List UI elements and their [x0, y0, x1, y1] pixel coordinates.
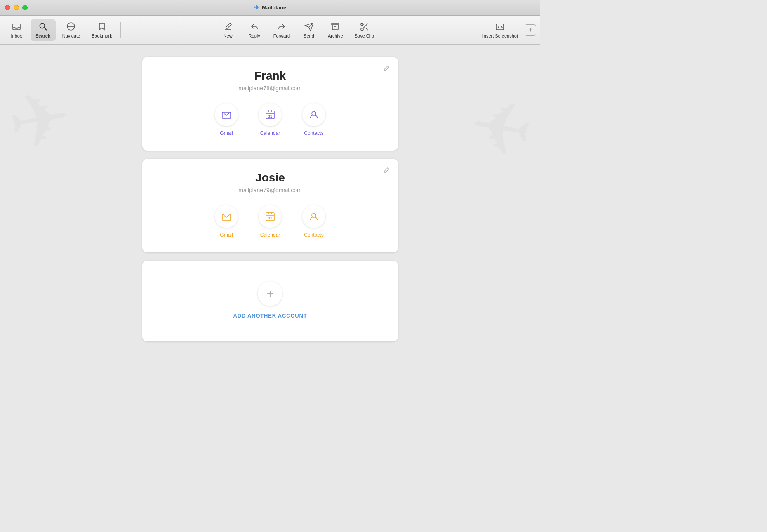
navigate-button[interactable]: Navigate: [57, 19, 85, 41]
josie-calendar-label: Calendar: [260, 232, 280, 238]
save-clip-label: Save Clip: [355, 33, 374, 38]
account-card-frank: Frank mailplane78@gmail.com Gmail: [142, 57, 398, 151]
josie-gmail-label: Gmail: [220, 232, 233, 238]
frank-gmail[interactable]: Gmail: [215, 103, 238, 136]
frank-contacts-icon: [302, 103, 325, 126]
save-clip-button[interactable]: Save Clip: [350, 19, 379, 41]
svg-rect-0: [13, 24, 20, 30]
toolbar-right: Insert Screenshot ＋: [478, 19, 536, 41]
svg-point-12: [361, 28, 363, 31]
josie-name: Josie: [159, 171, 381, 184]
archive-icon: [331, 22, 340, 32]
josie-gmail-icon: [215, 205, 238, 228]
plus-icon: ＋: [527, 26, 534, 34]
archive-button[interactable]: Archive: [323, 19, 348, 41]
search-button[interactable]: Search: [31, 19, 56, 41]
insert-screenshot-label: Insert Screenshot: [482, 33, 518, 38]
scissors-icon: [360, 22, 369, 32]
compose-icon: [224, 22, 233, 32]
frank-gmail-label: Gmail: [220, 130, 233, 136]
add-account-label: ADD ANOTHER ACCOUNT: [233, 313, 307, 319]
archive-label: Archive: [328, 33, 343, 38]
add-account-plus-icon: +: [267, 287, 273, 300]
toolbar-center: New Reply Forward: [124, 19, 471, 41]
josie-contacts[interactable]: Contacts: [302, 205, 325, 238]
svg-rect-16: [496, 24, 504, 30]
josie-services: Gmail 31 Calendar: [159, 205, 381, 238]
inbox-label: Inbox: [11, 33, 22, 38]
forward-label: Forward: [273, 33, 290, 38]
svg-rect-9: [332, 23, 339, 25]
navigate-icon: [66, 22, 75, 32]
frank-contacts[interactable]: Contacts: [302, 103, 325, 136]
traffic-lights: [5, 5, 28, 10]
add-toolbar-button[interactable]: ＋: [525, 24, 536, 36]
close-button[interactable]: [5, 5, 10, 10]
forward-button[interactable]: Forward: [268, 19, 295, 41]
new-button[interactable]: New: [216, 19, 240, 41]
search-icon: [38, 22, 47, 32]
frank-email: mailplane78@gmail.com: [159, 85, 381, 92]
bookmark-button[interactable]: Bookmark: [87, 19, 117, 41]
frank-calendar-icon: 31: [259, 103, 282, 126]
forward-icon: [277, 22, 286, 32]
minimize-button[interactable]: [14, 5, 19, 10]
toolbar-left: Inbox Search Navigate: [4, 19, 117, 41]
svg-line-13: [363, 24, 368, 28]
josie-calendar[interactable]: 31 Calendar: [259, 205, 282, 238]
frank-gmail-icon: [215, 103, 238, 126]
frank-contacts-label: Contacts: [304, 130, 323, 136]
josie-gmail[interactable]: Gmail: [215, 205, 238, 238]
app-title-text: Mailplane: [262, 5, 286, 11]
plane-icon: ✈: [254, 4, 259, 12]
edit-josie-button[interactable]: [381, 165, 391, 177]
send-button[interactable]: Send: [296, 19, 321, 41]
inbox-icon: [12, 22, 21, 32]
frank-calendar[interactable]: 31 Calendar: [259, 103, 282, 136]
edit-frank-button[interactable]: [381, 64, 391, 75]
maximize-button[interactable]: [22, 5, 28, 10]
josie-calendar-icon: 31: [259, 205, 282, 228]
svg-line-14: [366, 28, 368, 30]
search-label: Search: [35, 33, 51, 38]
navigate-label: Navigate: [62, 33, 80, 38]
send-icon: [304, 22, 313, 32]
frank-calendar-label: Calendar: [260, 130, 280, 136]
inbox-button[interactable]: Inbox: [4, 19, 29, 41]
svg-text:31: 31: [268, 216, 272, 220]
app-title: ✈ Mailplane: [254, 4, 286, 12]
frank-name: Frank: [159, 69, 381, 82]
svg-point-1: [40, 23, 45, 28]
josie-contacts-icon: [302, 205, 325, 228]
reply-button[interactable]: Reply: [242, 19, 267, 41]
toolbar: Inbox Search Navigate: [0, 16, 540, 45]
bookmark-label: Bookmark: [92, 33, 112, 38]
new-label: New: [224, 33, 233, 38]
reply-icon: [250, 22, 259, 32]
title-bar: ✈ Mailplane: [0, 0, 540, 16]
screenshot-icon: [496, 22, 505, 32]
bg-plane-left: ✈: [1, 73, 78, 168]
josie-email: mailplane79@gmail.com: [159, 187, 381, 193]
bookmark-icon: [97, 22, 106, 32]
frank-services: Gmail 31 Calendar: [159, 103, 381, 136]
josie-contacts-label: Contacts: [304, 232, 323, 238]
toolbar-separator-1: [120, 22, 121, 38]
account-card-josie: Josie mailplane79@gmail.com Gmail: [142, 159, 398, 252]
toolbar-separator-2: [474, 22, 474, 38]
svg-text:31: 31: [268, 114, 272, 118]
reply-label: Reply: [249, 33, 260, 38]
send-label: Send: [304, 33, 314, 38]
add-account-card[interactable]: + ADD ANOTHER ACCOUNT: [142, 261, 398, 341]
add-account-button[interactable]: +: [258, 281, 282, 306]
bg-plane-right: ✈: [463, 81, 539, 177]
insert-screenshot-button[interactable]: Insert Screenshot: [478, 19, 523, 41]
main-content: ✈ ✈ Frank mailplane78@gmail.com Gmail: [0, 45, 540, 371]
svg-line-2: [44, 28, 47, 30]
